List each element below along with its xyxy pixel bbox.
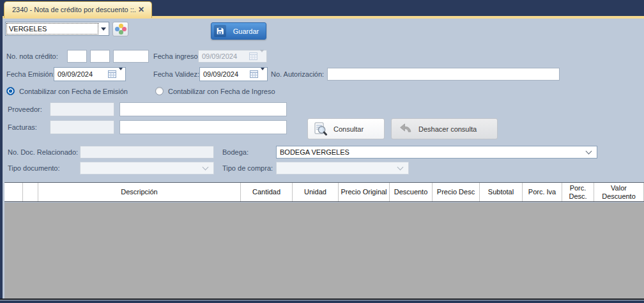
bodega-select[interactable]: BODEGA VERGELES: [276, 146, 597, 159]
column-header-porc-iva[interactable]: Porc. Iva: [523, 183, 562, 201]
column-header-precio-desc[interactable]: Precio Desc: [433, 183, 480, 201]
fecha-ingreso-value: 09/09/2024: [199, 52, 249, 60]
tab-title: 2340 - Nota de crédito por descuento ::.: [12, 6, 136, 13]
calendar-icon[interactable]: [250, 70, 258, 78]
column-header-subtotal[interactable]: Subtotal: [480, 183, 523, 201]
facturas-codigo-input: [50, 120, 114, 134]
nota-credito-numero-input[interactable]: [113, 50, 149, 63]
proveedor-label: Proveedor:: [8, 105, 42, 113]
company-selector[interactable]: VERGELES: [5, 22, 109, 36]
dot-blue-icon: [115, 27, 119, 31]
column-header-cantidad[interactable]: Cantidad: [241, 183, 293, 201]
fecha-emision-value: 09/09/2024: [54, 70, 108, 78]
company-selector-value: VERGELES: [6, 23, 98, 35]
chevron-down-icon[interactable]: [261, 70, 264, 78]
fecha-validez-label: Fecha Validez:: [153, 70, 199, 78]
fecha-emision-datepicker[interactable]: 09/09/2024: [54, 67, 126, 81]
chevron-down-icon[interactable]: [119, 70, 123, 78]
column-header-porc-desc[interactable]: Porc. Desc.: [562, 183, 594, 201]
bodega-label: Bodega:: [222, 148, 249, 156]
deshacer-consulta-button[interactable]: Deshacer consulta: [391, 118, 498, 139]
save-floppy-icon: [214, 25, 226, 37]
no-doc-relacionado-label: No. Doc. Relacionado:: [8, 148, 78, 156]
consultar-button-label: Consultar: [334, 125, 364, 133]
radio-contabilizar-emision-label[interactable]: Contabilizar con Fecha de Emisión: [19, 88, 128, 95]
app-window: 2340 - Nota de crédito por descuento ::.…: [0, 0, 644, 303]
table-body[interactable]: [4, 203, 644, 299]
fecha-validez-value: 09/09/2024: [200, 70, 250, 78]
fecha-validez-datepicker[interactable]: 09/09/2024: [199, 67, 268, 81]
nota-credito-serie2-input[interactable]: [90, 50, 110, 63]
tipo-compra-label: Tipo de compra:: [222, 164, 273, 172]
search-document-icon: [313, 121, 328, 137]
calendar-icon[interactable]: [108, 70, 116, 78]
no-doc-relacionado-input: [80, 146, 214, 159]
save-button[interactable]: Guardar: [211, 22, 266, 40]
deshacer-consulta-button-label: Deshacer consulta: [418, 125, 477, 133]
tipo-compra-select: [276, 162, 409, 175]
facturas-label: Facturas:: [8, 123, 37, 131]
table-header: DescripciónCantidadUnidadPrecio Original…: [4, 182, 644, 202]
save-button-label: Guardar: [231, 27, 261, 35]
column-header-valor-descuento[interactable]: Valor Descuento: [594, 183, 644, 201]
column-header-blank-1[interactable]: [23, 183, 38, 201]
fecha-emision-label: Fecha Emisión:: [6, 70, 55, 78]
radio-contabilizar-ingreso[interactable]: [155, 87, 164, 95]
nota-credito-serie1-input[interactable]: [67, 50, 87, 63]
chevron-down-icon: [260, 52, 264, 60]
column-header-precio-original[interactable]: Precio Original: [339, 183, 390, 201]
close-icon[interactable]: ✕: [136, 5, 146, 14]
chevron-down-icon: [203, 164, 209, 170]
consultar-button[interactable]: Consultar: [307, 118, 385, 139]
column-header-unidad[interactable]: Unidad: [293, 183, 339, 201]
column-header-descripción[interactable]: Descripción: [38, 183, 241, 201]
proveedor-nombre-input[interactable]: [119, 102, 287, 116]
tipo-documento-select: [80, 162, 214, 175]
chevron-down-icon: [397, 164, 404, 170]
window-bottom-border: [0, 300, 644, 303]
fecha-ingreso-label: Fecha ingreso:: [153, 52, 200, 60]
chevron-down-icon: [586, 148, 592, 154]
radio-contabilizar-ingreso-label[interactable]: Contabilizar con Fecha de Ingreso: [168, 88, 275, 95]
dot-green-icon: [119, 30, 123, 35]
facturas-numero-input[interactable]: [119, 120, 287, 134]
undo-arrow-icon: [397, 121, 413, 137]
proveedor-codigo-input: [50, 102, 114, 116]
no-autorizacion-label: No. Autorización:: [271, 70, 324, 78]
color-dots-button[interactable]: [112, 22, 128, 36]
tipo-documento-label: Tipo documento:: [8, 164, 60, 172]
fecha-ingreso-datepicker: 09/09/2024: [198, 50, 267, 63]
column-header-descuento[interactable]: Descuento: [390, 183, 433, 201]
window-left-border: [0, 0, 3, 303]
radio-contabilizar-emision[interactable]: [6, 87, 15, 95]
calendar-icon: [249, 52, 257, 60]
column-header-blank-0[interactable]: [4, 183, 23, 201]
tab-nota-credito[interactable]: 2340 - Nota de crédito por descuento ::.…: [4, 1, 152, 18]
chevron-down-icon[interactable]: [98, 27, 109, 31]
no-autorizacion-input[interactable]: [327, 68, 560, 81]
bodega-select-value: BODEGA VERGELES: [277, 148, 586, 156]
no-nota-credito-label: No. nota crédito:: [6, 52, 58, 60]
